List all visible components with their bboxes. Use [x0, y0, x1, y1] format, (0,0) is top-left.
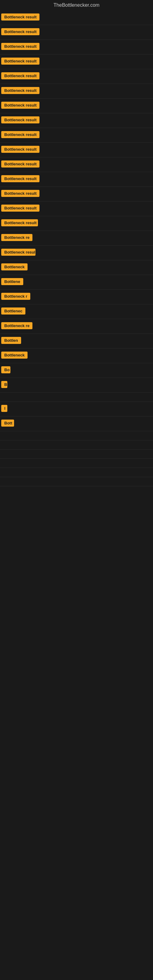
list-item: Bottleneck result [0, 10, 153, 25]
bottleneck-result-badge[interactable]: Bottleneck result [1, 72, 40, 79]
list-item [0, 431, 153, 441]
list-item [0, 450, 153, 459]
bottleneck-result-badge[interactable]: B [1, 381, 7, 388]
list-item: Bottleneck [0, 260, 153, 275]
list-item [0, 477, 153, 486]
bottleneck-result-badge[interactable]: Bottleneck re [1, 322, 32, 329]
bottleneck-result-badge[interactable]: Bottleneck [1, 263, 27, 270]
site-title: TheBottlenecker.com [0, 0, 153, 10]
bottleneck-result-badge[interactable]: Bottleneck result [1, 205, 40, 212]
list-item: Bottleneck result [0, 99, 153, 113]
list-item: Bottleneck result [0, 143, 153, 158]
bottleneck-result-badge[interactable]: Bottleneck resul [1, 249, 35, 256]
list-item: Bottleneck result [0, 40, 153, 54]
bottleneck-result-badge[interactable]: Bo [1, 366, 10, 373]
bottleneck-result-badge[interactable]: Bottleneck result [1, 219, 38, 226]
list-item: Bottleneck r [0, 290, 153, 304]
list-item: Bottleneck result [0, 128, 153, 143]
bottleneck-result-badge[interactable]: Bottlene [1, 278, 23, 285]
list-item: Bottlene [0, 275, 153, 290]
bottleneck-result-badge[interactable]: Bottleneck result [1, 131, 40, 138]
bottleneck-result-badge[interactable]: Bottleneck result [1, 13, 40, 21]
list-item: Bottleneck result [0, 25, 153, 40]
bottleneck-result-badge[interactable]: Bottleneck result [1, 87, 40, 94]
bottleneck-result-badge[interactable]: Bottleneck re [1, 234, 32, 241]
bottleneck-result-badge[interactable]: Bottleneck result [1, 161, 40, 167]
list-item: Bottleneck result [0, 158, 153, 172]
bottleneck-result-badge[interactable]: I [1, 405, 7, 412]
bottleneck-result-badge[interactable]: Bott [1, 420, 14, 426]
bottleneck-result-badge[interactable]: Bottleneck [1, 352, 27, 359]
bottleneck-result-badge[interactable]: Bottleneck result [1, 57, 40, 65]
list-item: Bottleneck result [0, 187, 153, 202]
bottleneck-result-badge[interactable]: Bottlen [1, 337, 21, 344]
list-item [0, 393, 153, 402]
list-item: Bottleneck result [0, 84, 153, 99]
list-item [0, 468, 153, 477]
list-item: Bottleneck resul [0, 246, 153, 260]
list-item [0, 459, 153, 468]
list-item: Bottleneck result [0, 113, 153, 128]
list-item: Bottleneck result [0, 216, 153, 231]
bottleneck-result-badge[interactable]: Bottleneck result [1, 102, 40, 109]
list-item: B [0, 378, 153, 393]
list-item: Bottleneck re [0, 319, 153, 334]
list-item: Bott [0, 417, 153, 431]
list-item: Bottleneck result [0, 172, 153, 187]
list-item [0, 441, 153, 450]
list-item: Bottlen [0, 334, 153, 348]
list-item: I [0, 402, 153, 417]
list-item: Bottleneck result [0, 54, 153, 69]
bottleneck-result-badge[interactable]: Bottleneck result [1, 190, 40, 197]
bottleneck-result-badge[interactable]: Bottleneck result [1, 116, 40, 123]
bottleneck-result-badge[interactable]: Bottleneck r [1, 293, 30, 300]
list-item: Bottleneck result [0, 202, 153, 216]
bottleneck-result-badge[interactable]: Bottleneck result [1, 28, 40, 35]
bottleneck-result-badge[interactable]: Bottleneck result [1, 146, 40, 153]
list-item: Bo [0, 363, 153, 378]
bottleneck-result-badge[interactable]: Bottleneck result [1, 43, 40, 50]
bottleneck-result-badge[interactable]: Bottlenec [1, 307, 26, 315]
list-item: Bottleneck re [0, 231, 153, 246]
bottleneck-result-badge[interactable]: Bottleneck result [1, 175, 40, 182]
list-item: Bottlenec [0, 304, 153, 319]
list-item: Bottleneck [0, 348, 153, 363]
list-item: Bottleneck result [0, 69, 153, 84]
